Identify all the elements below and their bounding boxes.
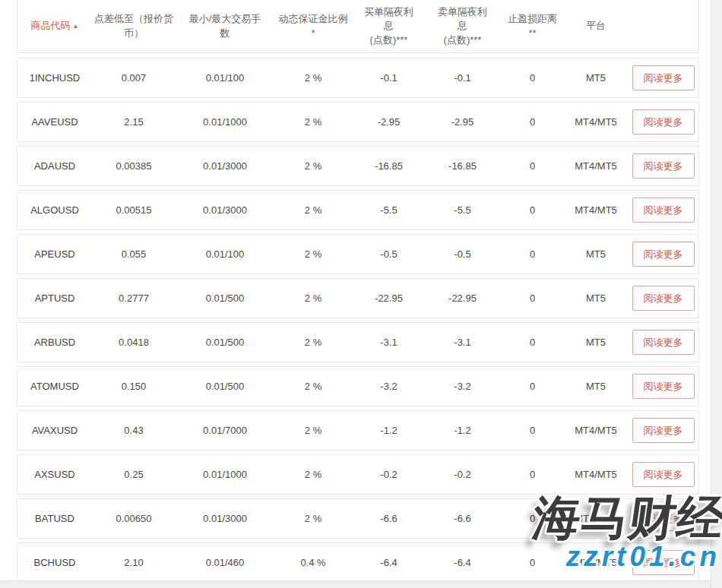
table-row: 1INCHUSD0.0070.01/1002 %-0.1-0.10MT5阅读更多 (17, 58, 699, 98)
cell-margin-ratio: 2 % (274, 337, 352, 348)
table-row: AVAXUSD0.430.01/70002 %-1.2-1.20MT4/MT5阅… (17, 410, 699, 450)
cell-platform: MT4/MT5 (565, 204, 626, 216)
cell-spread: 0.00515 (92, 204, 176, 216)
cell-actions: 阅读更多 (626, 550, 700, 576)
cell-min-max-lots: 0.01/7000 (176, 425, 274, 436)
read-more-button[interactable]: 阅读更多 (632, 330, 695, 356)
cell-actions: 阅读更多 (626, 198, 700, 223)
cell-sell-swap: -16.85 (426, 160, 499, 172)
column-header-platform[interactable]: 平台 (565, 19, 626, 33)
cell-min-max-lots: 0.01/500 (176, 292, 274, 304)
horizontal-scrollbar[interactable] (0, 580, 711, 588)
cell-product-code: AXSUSD (17, 469, 92, 480)
column-header-spread[interactable]: 点差低至（报价货 币） (92, 12, 176, 40)
cell-platform: MT4/MT5 (565, 160, 626, 172)
table-row: BATUSD0.006500.01/30002 %-6.6-6.60MT4/MT… (17, 498, 699, 539)
cell-platform: MT4/MT5 (565, 425, 626, 436)
cell-platform: MT4/MT5 (565, 116, 626, 128)
read-more-button[interactable]: 阅读更多 (632, 418, 695, 444)
cell-platform: MT5 (565, 337, 626, 348)
cell-buy-swap: -22.95 (352, 292, 426, 304)
cell-buy-swap: -6.6 (352, 513, 426, 524)
cell-min-max-lots: 0.01/1000 (176, 469, 274, 480)
cell-product-code: AVAXUSD (17, 425, 92, 436)
cell-product-code: ADAUSD (17, 160, 92, 172)
read-more-button[interactable]: 阅读更多 (632, 506, 695, 532)
cell-buy-swap: -6.4 (352, 557, 426, 568)
cell-margin-ratio: 2 % (274, 204, 352, 216)
column-header-min-max-lots[interactable]: 最小/最大交易手 数 (176, 12, 274, 40)
cell-margin-ratio: 2 % (274, 469, 352, 480)
cell-min-max-lots: 0.01/1000 (176, 116, 274, 128)
cell-margin-ratio: 2 % (274, 381, 352, 392)
cell-product-code: ARBUSD (17, 337, 92, 348)
cell-margin-ratio: 2 % (274, 72, 352, 84)
cell-min-max-lots: 0.01/500 (176, 337, 274, 348)
cell-min-max-lots: 0.01/100 (176, 72, 274, 84)
cell-sell-swap: -6.4 (426, 557, 499, 568)
table-row: ARBUSD0.04180.01/5002 %-3.1-3.10MT5阅读更多 (17, 322, 699, 362)
column-header-stop-distance[interactable]: 止盈损距离 ** (499, 12, 565, 40)
column-header-sell-swap[interactable]: 卖单隔夜利 息 (点数)*** (426, 5, 499, 47)
cell-margin-ratio: 2 % (274, 248, 352, 260)
column-header-label: 商品代码 (31, 20, 71, 31)
cell-spread: 0.00650 (92, 513, 176, 524)
column-header-product-code[interactable]: 商品代码▲ (17, 19, 92, 33)
cell-stop-distance: 0 (499, 116, 565, 128)
cell-stop-distance: 0 (499, 425, 565, 436)
cell-margin-ratio: 2 % (274, 513, 352, 524)
cell-product-code: APEUSD (17, 248, 92, 260)
table-row: ATOMUSD0.1500.01/5002 %-3.2-3.20MT5阅读更多 (17, 366, 699, 406)
read-more-button[interactable]: 阅读更多 (632, 550, 695, 576)
read-more-button[interactable]: 阅读更多 (632, 198, 695, 223)
table-header-row: 商品代码▲ 点差低至（报价货 币） 最小/最大交易手 数 动态保证金比例 * 买… (17, 0, 699, 53)
table-body: 1INCHUSD0.0070.01/1002 %-0.1-0.10MT5阅读更多… (17, 58, 699, 583)
read-more-button[interactable]: 阅读更多 (632, 374, 695, 400)
read-more-button[interactable]: 阅读更多 (632, 109, 695, 135)
read-more-button[interactable]: 阅读更多 (632, 65, 695, 91)
read-more-button[interactable]: 阅读更多 (632, 286, 695, 311)
cell-margin-ratio: 0.4 % (274, 557, 352, 568)
cell-min-max-lots: 0.01/500 (176, 381, 274, 392)
cell-platform: MT4/MT5 (565, 469, 626, 480)
column-header-buy-swap[interactable]: 买单隔夜利 息 (点数)*** (352, 5, 426, 47)
cell-actions: 阅读更多 (626, 374, 700, 400)
cell-margin-ratio: 2 % (274, 425, 352, 436)
cell-stop-distance: 0 (499, 204, 565, 216)
cell-actions: 阅读更多 (626, 418, 700, 444)
cell-spread: 0.0418 (92, 337, 176, 348)
cell-product-code: AAVEUSD (17, 116, 92, 128)
cell-sell-swap: -0.1 (426, 72, 499, 84)
table-row: AAVEUSD2.150.01/10002 %-2.95-2.950MT4/MT… (17, 102, 699, 142)
cell-buy-swap: -3.2 (352, 381, 426, 392)
cell-margin-ratio: 2 % (274, 116, 352, 128)
cell-buy-swap: -0.5 (352, 248, 426, 260)
cell-stop-distance: 0 (499, 469, 565, 480)
cell-product-code: 1INCHUSD (17, 72, 92, 84)
column-header-margin-ratio[interactable]: 动态保证金比例 * (274, 12, 352, 40)
cell-buy-swap: -2.95 (352, 116, 426, 128)
table-row: ADAUSD0.003850.01/30002 %-16.85-16.850MT… (17, 146, 699, 186)
cell-spread: 0.007 (92, 72, 176, 84)
instruments-table: 商品代码▲ 点差低至（报价货 币） 最小/最大交易手 数 动态保证金比例 * 买… (17, 0, 699, 586)
read-more-button[interactable]: 阅读更多 (632, 242, 695, 267)
cell-sell-swap: -22.95 (426, 292, 499, 304)
cell-platform: MT5 (565, 72, 626, 84)
cell-platform: MT5 (565, 248, 626, 260)
read-more-button[interactable]: 阅读更多 (632, 462, 695, 488)
cell-product-code: BCHUSD (17, 557, 92, 568)
cell-spread: 0.150 (92, 381, 176, 392)
cell-actions: 阅读更多 (626, 462, 700, 488)
cell-stop-distance: 0 (499, 557, 565, 568)
cell-sell-swap: -0.2 (426, 469, 499, 480)
vertical-scrollbar[interactable] (711, 0, 722, 588)
cell-product-code: ALGOUSD (17, 204, 92, 216)
cell-spread: 2.10 (92, 557, 176, 568)
cell-product-code: ATOMUSD (17, 381, 92, 392)
read-more-button[interactable]: 阅读更多 (632, 153, 695, 179)
cell-sell-swap: -2.95 (426, 116, 499, 128)
cell-spread: 0.00385 (92, 160, 176, 172)
cell-actions: 阅读更多 (626, 286, 700, 311)
cell-sell-swap: -6.6 (426, 513, 499, 524)
cell-actions: 阅读更多 (626, 506, 700, 532)
